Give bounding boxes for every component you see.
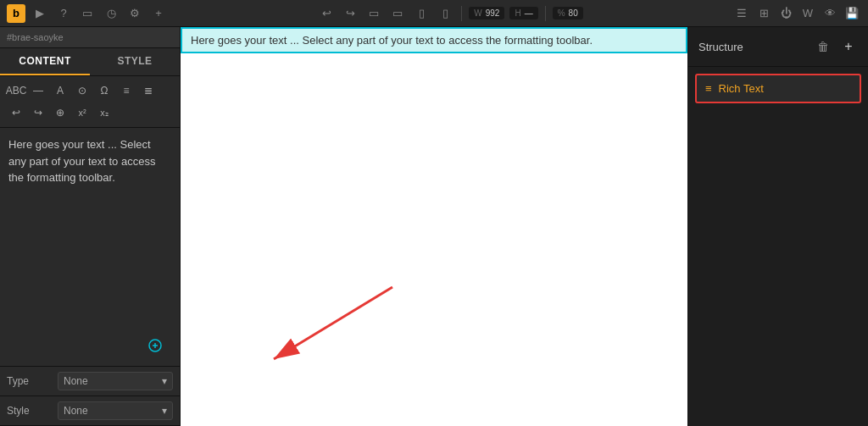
abc-button[interactable]: ABC bbox=[7, 81, 25, 100]
font-button[interactable]: A bbox=[51, 81, 70, 100]
style-chevron: ▾ bbox=[162, 405, 167, 417]
style-field-row: Style None ▾ bbox=[0, 396, 180, 426]
folder-icon[interactable]: ⊞ bbox=[754, 4, 773, 23]
content-text-area[interactable]: Here goes your text ... Select any part … bbox=[0, 128, 180, 366]
content-text: Here goes your text ... Select any part … bbox=[8, 138, 155, 184]
tablet-portrait-icon[interactable]: ▯ bbox=[412, 4, 431, 23]
toolbar-row-1: ABC — A ⊙ Ω ≡ ≣ bbox=[7, 81, 173, 100]
canvas-placeholder-text: Here goes your text ... Select any part … bbox=[191, 34, 593, 47]
dash-button[interactable]: — bbox=[29, 81, 47, 100]
width-label: W bbox=[474, 8, 481, 18]
omega-button[interactable]: Ω bbox=[95, 81, 114, 100]
hamburger-icon[interactable]: ☰ bbox=[732, 4, 751, 23]
height-value: — bbox=[525, 8, 533, 18]
canvas-area[interactable]: Here goes your text ... Select any part … bbox=[181, 27, 687, 426]
toolbar: ABC — A ⊙ Ω ≡ ≣ ↩ ↪ ⊕ x² x₂ bbox=[0, 76, 180, 128]
help-icon[interactable]: ? bbox=[54, 4, 73, 23]
tab-content[interactable]: CONTENT bbox=[0, 48, 90, 75]
main-layout: #brae-saoyke CONTENT STYLE ABC — A ⊙ Ω ≡… bbox=[0, 27, 868, 426]
circle-button[interactable]: ⊕ bbox=[51, 103, 70, 122]
rich-text-label: Rich Text bbox=[719, 82, 764, 95]
wordpress-icon[interactable]: W bbox=[798, 4, 817, 23]
undo-icon[interactable]: ↩ bbox=[317, 4, 336, 23]
page-icon[interactable]: ▭ bbox=[78, 4, 97, 23]
style-select[interactable]: None ▾ bbox=[58, 401, 173, 420]
history-icon[interactable]: ◷ bbox=[102, 4, 120, 23]
bottom-fields: Type None ▾ Style None ▾ bbox=[0, 366, 180, 426]
redo-text-button[interactable]: ↪ bbox=[29, 103, 47, 122]
settings-icon[interactable]: ⚙ bbox=[125, 4, 144, 23]
right-panel: Structure 🗑 + ≡ Rich Text bbox=[687, 27, 868, 426]
rich-text-icon: ≡ bbox=[705, 82, 712, 95]
zoom-control[interactable]: % 80 bbox=[553, 7, 583, 19]
canvas-placeholder-bar: Here goes your text ... Select any part … bbox=[181, 27, 687, 53]
width-value: 992 bbox=[486, 8, 500, 18]
top-bar-right: ☰ ⊞ ⏻ W 👁 💾 bbox=[732, 4, 861, 23]
type-select[interactable]: None ▾ bbox=[58, 372, 173, 390]
delete-icon[interactable]: 🗑 bbox=[814, 37, 832, 56]
width-control[interactable]: W 992 bbox=[469, 7, 504, 19]
subscript-button[interactable]: x₂ bbox=[95, 103, 114, 122]
top-bar: b ▶ ? ▭ ◷ ⚙ + ↩ ↪ ▭ ▭ ▯ ▯ W 992 H — % 80… bbox=[0, 0, 868, 27]
power-icon[interactable]: ⏻ bbox=[776, 4, 795, 23]
style-label: Style bbox=[7, 405, 58, 417]
left-panel: #brae-saoyke CONTENT STYLE ABC — A ⊙ Ω ≡… bbox=[0, 27, 181, 426]
height-control[interactable]: H — bbox=[509, 7, 537, 19]
type-value: None bbox=[64, 375, 88, 387]
right-panel-header: Structure 🗑 + bbox=[688, 27, 868, 67]
list-button[interactable]: ≡ bbox=[117, 81, 136, 100]
red-arrow-indicator bbox=[248, 279, 401, 384]
resize-handle[interactable] bbox=[147, 338, 163, 358]
structure-item-rich-text[interactable]: ≡ Rich Text bbox=[695, 74, 861, 103]
right-panel-title: Structure bbox=[698, 41, 743, 53]
svg-line-4 bbox=[274, 287, 392, 359]
zoom-value: 80 bbox=[569, 8, 578, 18]
eye-icon[interactable]: 👁 bbox=[821, 4, 839, 23]
type-chevron: ▾ bbox=[162, 375, 167, 387]
zoom-label: % bbox=[558, 8, 565, 18]
shield-button[interactable]: ⊙ bbox=[73, 81, 92, 100]
indent-button[interactable]: ≣ bbox=[139, 81, 158, 100]
style-value: None bbox=[64, 405, 88, 417]
height-label: H bbox=[515, 8, 520, 18]
type-label: Type bbox=[7, 375, 58, 387]
type-field-row: Type None ▾ bbox=[0, 367, 180, 396]
right-panel-icons: 🗑 + bbox=[814, 37, 858, 56]
superscript-button[interactable]: x² bbox=[73, 103, 92, 122]
top-bar-center: ↩ ↪ ▭ ▭ ▯ ▯ W 992 H — % 80 bbox=[173, 4, 727, 23]
add-structure-icon[interactable]: + bbox=[839, 37, 858, 56]
app-logo: b bbox=[7, 4, 25, 23]
save-icon[interactable]: 💾 bbox=[843, 4, 861, 23]
tab-style[interactable]: STYLE bbox=[90, 48, 180, 75]
undo-text-button[interactable]: ↩ bbox=[7, 103, 25, 122]
tab-bar: CONTENT STYLE bbox=[0, 48, 180, 76]
breadcrumb: #brae-saoyke bbox=[0, 27, 180, 48]
add-icon[interactable]: + bbox=[149, 4, 168, 23]
desktop-icon[interactable]: ▭ bbox=[364, 4, 383, 23]
play-icon[interactable]: ▶ bbox=[31, 4, 49, 23]
mobile-icon[interactable]: ▯ bbox=[436, 4, 454, 23]
tablet-landscape-icon[interactable]: ▭ bbox=[388, 4, 407, 23]
toolbar-row-2: ↩ ↪ ⊕ x² x₂ bbox=[7, 103, 173, 122]
redo-icon[interactable]: ↪ bbox=[341, 4, 359, 23]
